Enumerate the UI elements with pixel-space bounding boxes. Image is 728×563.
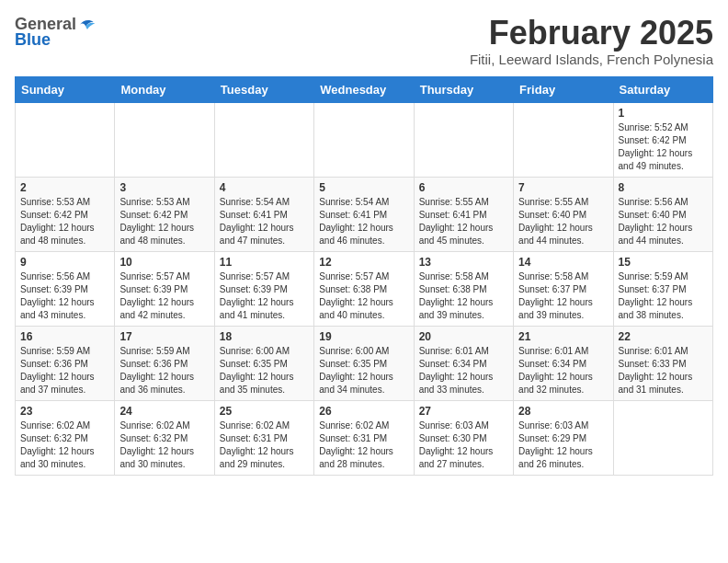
- day-info: Sunrise: 6:02 AM Sunset: 6:32 PM Dayligh…: [20, 419, 109, 471]
- weekday-header-tuesday: Tuesday: [214, 76, 313, 102]
- calendar-cell: 20Sunrise: 6:01 AM Sunset: 6:34 PM Dayli…: [414, 326, 513, 400]
- day-info: Sunrise: 5:53 AM Sunset: 6:42 PM Dayligh…: [20, 196, 109, 247]
- calendar-cell: 7Sunrise: 5:55 AM Sunset: 6:40 PM Daylig…: [514, 177, 613, 251]
- day-number: 10: [119, 256, 209, 269]
- calendar-week-row: 1Sunrise: 5:52 AM Sunset: 6:42 PM Daylig…: [16, 102, 713, 177]
- calendar-cell: 15Sunrise: 5:59 AM Sunset: 6:37 PM Dayli…: [613, 251, 712, 326]
- calendar-cell: 6Sunrise: 5:55 AM Sunset: 6:41 PM Daylig…: [414, 177, 513, 251]
- day-info: Sunrise: 6:01 AM Sunset: 6:33 PM Dayligh…: [619, 345, 708, 396]
- day-number: 27: [419, 405, 508, 418]
- calendar-cell: 24Sunrise: 6:02 AM Sunset: 6:32 PM Dayli…: [115, 400, 214, 475]
- day-number: 20: [419, 330, 508, 343]
- day-number: 6: [419, 181, 508, 194]
- day-info: Sunrise: 5:53 AM Sunset: 6:42 PM Dayligh…: [119, 196, 209, 247]
- day-number: 2: [20, 181, 109, 194]
- day-number: 23: [20, 405, 109, 418]
- day-info: Sunrise: 6:00 AM Sunset: 6:35 PM Dayligh…: [220, 345, 309, 396]
- day-number: 9: [20, 256, 109, 269]
- calendar-cell: [16, 102, 115, 177]
- calendar-cell: 9Sunrise: 5:56 AM Sunset: 6:39 PM Daylig…: [16, 251, 115, 326]
- day-number: 1: [619, 107, 708, 120]
- day-info: Sunrise: 5:58 AM Sunset: 6:37 PM Dayligh…: [518, 270, 608, 322]
- calendar-cell: 1Sunrise: 5:52 AM Sunset: 6:42 PM Daylig…: [613, 102, 712, 177]
- day-number: 8: [619, 181, 708, 194]
- day-info: Sunrise: 5:56 AM Sunset: 6:39 PM Dayligh…: [20, 270, 109, 322]
- day-info: Sunrise: 5:54 AM Sunset: 6:41 PM Dayligh…: [220, 196, 309, 247]
- day-info: Sunrise: 5:57 AM Sunset: 6:39 PM Dayligh…: [119, 270, 209, 322]
- calendar-cell: 19Sunrise: 6:00 AM Sunset: 6:35 PM Dayli…: [314, 326, 414, 400]
- calendar-cell: [214, 102, 313, 177]
- day-number: 17: [119, 330, 209, 343]
- day-number: 28: [518, 405, 608, 418]
- day-number: 25: [220, 405, 309, 418]
- day-info: Sunrise: 5:56 AM Sunset: 6:40 PM Dayligh…: [619, 196, 708, 247]
- calendar-week-row: 2Sunrise: 5:53 AM Sunset: 6:42 PM Daylig…: [16, 177, 713, 251]
- calendar-cell: [514, 102, 613, 177]
- day-info: Sunrise: 5:55 AM Sunset: 6:41 PM Dayligh…: [419, 196, 508, 247]
- day-info: Sunrise: 6:00 AM Sunset: 6:35 PM Dayligh…: [319, 345, 408, 396]
- weekday-header-saturday: Saturday: [613, 76, 712, 102]
- day-number: 4: [220, 181, 309, 194]
- calendar-cell: 22Sunrise: 6:01 AM Sunset: 6:33 PM Dayli…: [613, 326, 712, 400]
- title-section: February 2025 Fitii, Leeward Islands, Fr…: [470, 15, 713, 67]
- day-number: 16: [20, 330, 109, 343]
- logo-blue: Blue: [15, 30, 51, 50]
- calendar-table: SundayMondayTuesdayWednesdayThursdayFrid…: [15, 76, 713, 476]
- weekday-header-thursday: Thursday: [414, 76, 513, 102]
- logo-bird-icon: [78, 17, 97, 33]
- day-info: Sunrise: 5:52 AM Sunset: 6:42 PM Dayligh…: [619, 121, 708, 173]
- logo: General Blue: [15, 15, 97, 50]
- day-number: 15: [619, 256, 708, 269]
- day-info: Sunrise: 5:59 AM Sunset: 6:37 PM Dayligh…: [619, 270, 708, 322]
- calendar-cell: 11Sunrise: 5:57 AM Sunset: 6:39 PM Dayli…: [214, 251, 313, 326]
- day-number: 11: [220, 256, 309, 269]
- calendar-cell: 28Sunrise: 6:03 AM Sunset: 6:29 PM Dayli…: [514, 400, 613, 475]
- day-number: 7: [518, 181, 608, 194]
- day-number: 13: [419, 256, 508, 269]
- day-info: Sunrise: 6:02 AM Sunset: 6:31 PM Dayligh…: [319, 419, 408, 471]
- calendar-cell: 13Sunrise: 5:58 AM Sunset: 6:38 PM Dayli…: [414, 251, 513, 326]
- calendar-cell: [115, 102, 214, 177]
- day-number: 18: [220, 330, 309, 343]
- calendar-week-row: 23Sunrise: 6:02 AM Sunset: 6:32 PM Dayli…: [16, 400, 713, 475]
- day-info: Sunrise: 5:57 AM Sunset: 6:38 PM Dayligh…: [319, 270, 408, 322]
- calendar-cell: 26Sunrise: 6:02 AM Sunset: 6:31 PM Dayli…: [314, 400, 414, 475]
- day-number: 12: [319, 256, 408, 269]
- calendar-cell: 2Sunrise: 5:53 AM Sunset: 6:42 PM Daylig…: [16, 177, 115, 251]
- day-number: 19: [319, 330, 408, 343]
- day-info: Sunrise: 6:03 AM Sunset: 6:30 PM Dayligh…: [419, 419, 508, 471]
- day-info: Sunrise: 5:59 AM Sunset: 6:36 PM Dayligh…: [20, 345, 109, 396]
- day-number: 24: [119, 405, 209, 418]
- day-number: 3: [119, 181, 209, 194]
- day-number: 22: [619, 330, 708, 343]
- day-info: Sunrise: 6:02 AM Sunset: 6:31 PM Dayligh…: [220, 419, 309, 471]
- day-info: Sunrise: 5:54 AM Sunset: 6:41 PM Dayligh…: [319, 196, 408, 247]
- calendar-cell: [613, 400, 712, 475]
- calendar-cell: 12Sunrise: 5:57 AM Sunset: 6:38 PM Dayli…: [314, 251, 414, 326]
- day-info: Sunrise: 5:57 AM Sunset: 6:39 PM Dayligh…: [220, 270, 309, 322]
- weekday-header-wednesday: Wednesday: [314, 76, 414, 102]
- day-number: 26: [319, 405, 408, 418]
- calendar-cell: 14Sunrise: 5:58 AM Sunset: 6:37 PM Dayli…: [514, 251, 613, 326]
- month-title: February 2025: [470, 15, 713, 52]
- calendar-cell: [414, 102, 513, 177]
- day-number: 21: [518, 330, 608, 343]
- calendar-cell: 27Sunrise: 6:03 AM Sunset: 6:30 PM Dayli…: [414, 400, 513, 475]
- calendar-cell: 25Sunrise: 6:02 AM Sunset: 6:31 PM Dayli…: [214, 400, 313, 475]
- day-info: Sunrise: 6:01 AM Sunset: 6:34 PM Dayligh…: [518, 345, 608, 396]
- weekday-header-monday: Monday: [115, 76, 214, 102]
- calendar-cell: 5Sunrise: 5:54 AM Sunset: 6:41 PM Daylig…: [314, 177, 414, 251]
- weekday-header-sunday: Sunday: [16, 76, 115, 102]
- day-info: Sunrise: 6:03 AM Sunset: 6:29 PM Dayligh…: [518, 419, 608, 471]
- calendar-cell: 10Sunrise: 5:57 AM Sunset: 6:39 PM Dayli…: [115, 251, 214, 326]
- calendar-week-row: 9Sunrise: 5:56 AM Sunset: 6:39 PM Daylig…: [16, 251, 713, 326]
- calendar-cell: 16Sunrise: 5:59 AM Sunset: 6:36 PM Dayli…: [16, 326, 115, 400]
- calendar-cell: 21Sunrise: 6:01 AM Sunset: 6:34 PM Dayli…: [514, 326, 613, 400]
- calendar-cell: 4Sunrise: 5:54 AM Sunset: 6:41 PM Daylig…: [214, 177, 313, 251]
- calendar-cell: 8Sunrise: 5:56 AM Sunset: 6:40 PM Daylig…: [613, 177, 712, 251]
- calendar-week-row: 16Sunrise: 5:59 AM Sunset: 6:36 PM Dayli…: [16, 326, 713, 400]
- weekday-header-row: SundayMondayTuesdayWednesdayThursdayFrid…: [16, 76, 713, 102]
- day-number: 14: [518, 256, 608, 269]
- weekday-header-friday: Friday: [514, 76, 613, 102]
- calendar-cell: 17Sunrise: 5:59 AM Sunset: 6:36 PM Dayli…: [115, 326, 214, 400]
